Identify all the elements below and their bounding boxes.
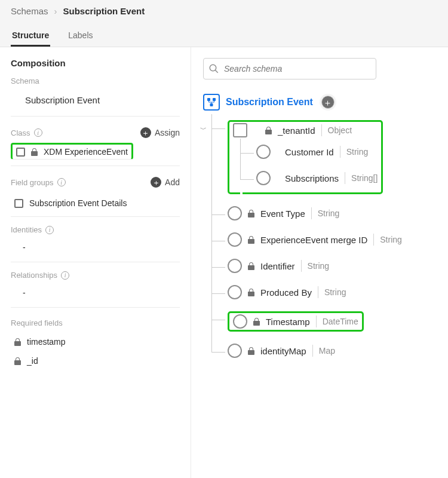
lock-icon [248, 289, 254, 296]
breadcrumb-current: Subscription Event [63, 6, 145, 16]
tabs: Structure Labels [11, 26, 437, 47]
schema-canvas: Subscription Event ＋ ﹀ _tenantId Obje [191, 47, 448, 478]
tree-node[interactable]: Identifier String [212, 253, 436, 279]
circle-icon [233, 314, 247, 329]
class-row[interactable]: XDM ExperienceEvent [11, 143, 133, 160]
tree-node[interactable]: identityMap Map [212, 338, 436, 364]
required-field-row: timestamp [11, 332, 180, 351]
square-icon [233, 123, 247, 137]
svg-point-0 [210, 65, 216, 71]
circle-icon [256, 171, 271, 185]
circle-icon [256, 145, 271, 159]
required-field-row: _id [11, 351, 180, 370]
hierarchy-icon [203, 94, 220, 111]
breadcrumb: Schemas › Subscription Event [11, 6, 437, 16]
caret-icon[interactable]: ﹀ [200, 125, 207, 134]
field-groups-section-label: Field groups i [11, 178, 66, 187]
lock-icon [265, 127, 272, 134]
identities-section-label: Identities i [11, 225, 180, 234]
field-group-name: Subscription Event Details [29, 198, 127, 208]
lock-icon [248, 210, 254, 217]
add-button[interactable]: ＋ Add [151, 177, 180, 188]
relationships-value: - [11, 284, 180, 308]
lock-icon [248, 347, 254, 355]
tree-node[interactable]: Customer Id String [241, 139, 378, 165]
field-group-row[interactable]: Subscription Event Details [11, 192, 180, 217]
tab-labels[interactable]: Labels [67, 26, 94, 47]
relationships-section-label: Relationships i [11, 271, 180, 280]
required-fields-section-label: Required fields [11, 318, 180, 327]
breadcrumb-separator: › [54, 6, 57, 16]
circle-icon [228, 206, 242, 220]
plus-icon: ＋ [151, 177, 161, 188]
square-icon [14, 199, 23, 208]
schema-tree: Subscription Event ＋ ﹀ _tenantId Obje [203, 94, 436, 364]
lock-icon [14, 357, 21, 365]
square-icon [16, 148, 25, 157]
lock-icon [31, 148, 38, 156]
info-icon[interactable]: i [45, 226, 54, 234]
tree-root-label: Subscription Event [226, 97, 313, 108]
info-icon[interactable]: i [61, 271, 69, 280]
tree-node[interactable]: Subscriptions String[] [241, 165, 378, 191]
circle-icon [228, 232, 242, 247]
tree-node-tenant[interactable]: ﹀ _tenantId Object [212, 114, 436, 200]
lock-icon [248, 236, 254, 244]
lock-icon [14, 338, 21, 346]
circle-icon [228, 285, 242, 299]
class-section-label: Class i [11, 128, 42, 137]
identities-value: - [11, 239, 180, 262]
add-field-button[interactable]: ＋ [321, 96, 335, 109]
circle-icon [228, 344, 242, 358]
info-icon[interactable]: i [34, 128, 42, 137]
svg-line-1 [215, 70, 218, 73]
tree-node-timestamp[interactable]: Timestamp DateTime [212, 305, 436, 338]
composition-sidebar: Composition Schema Subscription Event Cl… [0, 47, 191, 478]
search-icon [208, 63, 219, 74]
search-input[interactable] [203, 58, 376, 79]
tree-node[interactable]: Event Type String [212, 200, 436, 226]
circle-icon [228, 259, 242, 273]
tree-node[interactable]: ExperienceEvent merge ID String [212, 226, 436, 253]
tree-node[interactable]: Produced By String [212, 279, 436, 305]
schema-name[interactable]: Subscription Event [11, 90, 180, 117]
assign-button[interactable]: ＋ Assign [140, 127, 180, 138]
search-container [203, 58, 376, 79]
composition-title: Composition [11, 58, 180, 68]
plus-icon: ＋ [140, 127, 151, 138]
class-name: XDM ExperienceEvent [44, 147, 128, 157]
tree-root[interactable]: Subscription Event ＋ [203, 94, 436, 111]
svg-rect-2 [207, 98, 210, 101]
schema-section-label: Schema [11, 76, 180, 85]
lock-icon [253, 318, 260, 326]
info-icon[interactable]: i [57, 178, 66, 186]
svg-rect-3 [213, 98, 216, 101]
header: Schemas › Subscription Event Structure L… [0, 0, 448, 47]
lock-icon [248, 262, 254, 270]
svg-rect-4 [210, 103, 213, 106]
tab-structure[interactable]: Structure [11, 26, 50, 47]
breadcrumb-root[interactable]: Schemas [11, 6, 48, 16]
